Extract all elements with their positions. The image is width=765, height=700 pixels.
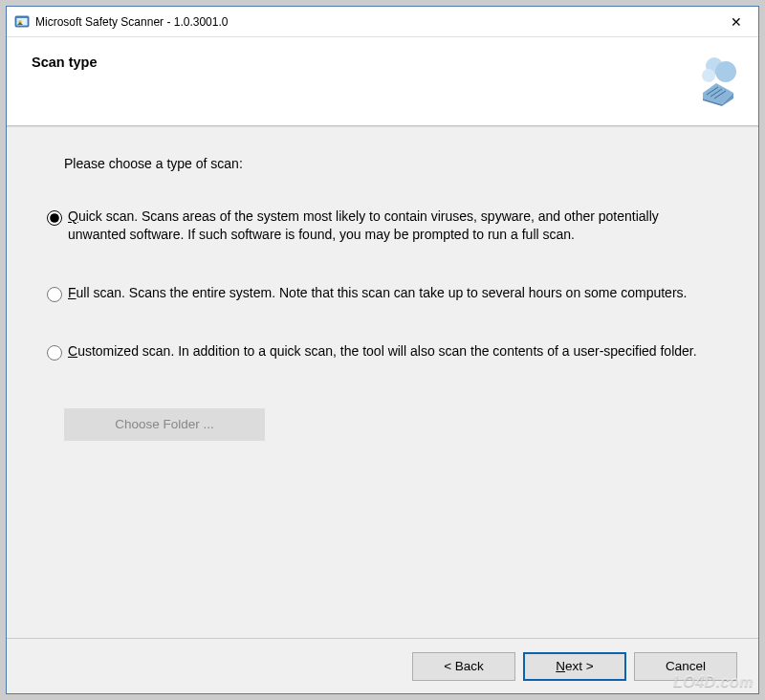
scanner-banner-icon xyxy=(680,51,741,112)
watermark: LO4D.com xyxy=(673,673,754,690)
radio-custom-scan[interactable] xyxy=(47,345,62,361)
next-button-accel: N xyxy=(556,659,565,673)
radio-custom-scan-label[interactable]: Customized scan. In addition to a quick … xyxy=(68,342,712,361)
intro-text: Please choose a type of scan: xyxy=(64,156,712,171)
svg-point-4 xyxy=(715,61,736,82)
close-button[interactable]: ✕ xyxy=(714,8,758,36)
radio-quick-scan-label[interactable]: Quick scan. Scans areas of the system mo… xyxy=(68,208,712,244)
app-icon xyxy=(14,14,30,30)
page-title: Scan type xyxy=(32,55,733,70)
radio-item-custom[interactable]: Customized scan. In addition to a quick … xyxy=(47,342,712,361)
next-button[interactable]: Next > xyxy=(523,652,626,681)
radio-full-scan[interactable] xyxy=(47,287,62,302)
next-button-rest: ext > xyxy=(565,659,594,673)
app-window: Microsoft Safety Scanner - 1.0.3001.0 ✕ … xyxy=(6,6,759,694)
radio-item-full[interactable]: Full scan. Scans the entire system. Note… xyxy=(47,284,712,302)
back-button[interactable]: < Back xyxy=(412,652,515,681)
svg-point-5 xyxy=(702,69,715,82)
footer: < Back Next > Cancel xyxy=(7,638,758,693)
content-area: Please choose a type of scan: Quick scan… xyxy=(7,127,758,638)
window-title: Microsoft Safety Scanner - 1.0.3001.0 xyxy=(35,15,714,29)
close-icon: ✕ xyxy=(731,14,742,30)
radio-full-scan-label[interactable]: Full scan. Scans the entire system. Note… xyxy=(68,284,712,302)
choose-folder-button: Choose Folder ... xyxy=(64,408,265,441)
titlebar: Microsoft Safety Scanner - 1.0.3001.0 ✕ xyxy=(7,7,758,37)
header: Scan type xyxy=(7,37,758,125)
scan-type-radio-group: Quick scan. Scans areas of the system mo… xyxy=(47,208,712,361)
radio-item-quick[interactable]: Quick scan. Scans areas of the system mo… xyxy=(47,208,712,244)
radio-quick-scan[interactable] xyxy=(47,210,62,226)
